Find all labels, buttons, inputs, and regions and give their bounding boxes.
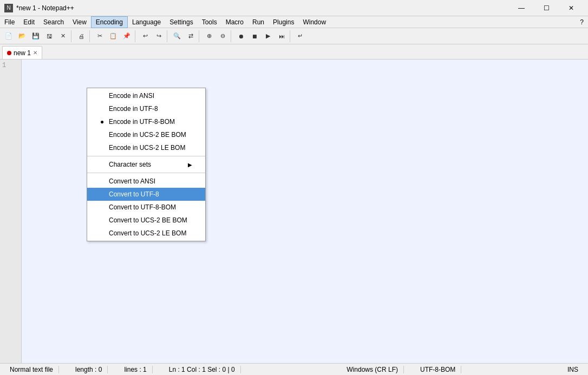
character-sets-item[interactable]: Character sets ▶	[87, 158, 205, 171]
menu-tools[interactable]: Tools	[198, 16, 221, 28]
menu-edit[interactable]: Edit	[19, 16, 39, 28]
tab-label: new 1	[14, 49, 31, 57]
menu-window[interactable]: Window	[298, 16, 330, 28]
toolbar-separator-6	[231, 30, 233, 42]
replace-button[interactable]: ⇄	[184, 30, 197, 43]
convert-utf8-label: Convert to UTF-8	[109, 190, 192, 198]
encode-utf8-item[interactable]: Encode in UTF-8	[87, 102, 205, 115]
menu-encoding[interactable]: Encoding	[91, 16, 128, 28]
encode-utf8bom-item[interactable]: ● Encode in UTF-8-BOM	[87, 115, 205, 128]
convert-utf8bom-item[interactable]: Convert to UTF-8-BOM	[87, 201, 205, 214]
menu-plugins[interactable]: Plugins	[269, 16, 298, 28]
app-icon: N	[4, 4, 13, 12]
menu-view[interactable]: View	[68, 16, 91, 28]
save-button[interactable]: 💾	[29, 30, 42, 43]
convert-ucs2-be-item[interactable]: Convert to UCS-2 BE BOM	[87, 214, 205, 227]
status-lines: lines : 1	[119, 366, 152, 373]
paste-button[interactable]: 📌	[120, 30, 133, 43]
window-title: *new 1 - Notepad++	[16, 4, 74, 12]
separator-2	[87, 173, 205, 173]
find-button[interactable]: 🔍	[171, 30, 184, 43]
tab-modified-indicator	[7, 51, 11, 55]
status-file-type: Normal text file	[4, 366, 59, 373]
line-number: 1	[2, 62, 19, 69]
copy-button[interactable]: 📋	[107, 30, 120, 43]
status-encoding: UTF-8-BOM	[415, 366, 461, 373]
convert-ansi-label: Convert to ANSI	[109, 177, 192, 185]
redo-button[interactable]: ↪	[152, 30, 165, 43]
encode-utf8-label: Encode in UTF-8	[109, 105, 192, 113]
open-button[interactable]: 📂	[16, 30, 29, 43]
close-button[interactable]: ✕	[559, 0, 584, 16]
encode-utf8bom-label: Encode in UTF-8-BOM	[109, 118, 192, 126]
toolbar-separator-4	[167, 30, 169, 42]
menu-run[interactable]: Run	[248, 16, 269, 28]
encode-ucs2-be-label: Encode in UCS-2 BE BOM	[109, 131, 192, 139]
submenu-arrow: ▶	[188, 162, 192, 168]
tab-close-button[interactable]: ✕	[33, 50, 37, 56]
menu-bar: File Edit Search View Encoding Language …	[0, 16, 588, 28]
macro-stop-button[interactable]: ⏹	[248, 30, 261, 43]
editor-area: 1 Encode in ANSI Encode in UTF-8 ● Encod…	[0, 60, 588, 363]
status-bar: Normal text file length : 0 lines : 1 Ln…	[0, 363, 588, 375]
title-bar-left: N *new 1 - Notepad++	[4, 4, 74, 12]
minimize-button[interactable]: —	[509, 0, 534, 16]
convert-ucs2-le-label: Convert to UCS-2 LE BOM	[109, 229, 192, 237]
menu-settings[interactable]: Settings	[165, 16, 197, 28]
menu-search[interactable]: Search	[39, 16, 68, 28]
maximize-button[interactable]: ☐	[534, 0, 559, 16]
toolbar-separator-1	[71, 30, 73, 42]
encoding-dropdown: Encode in ANSI Encode in UTF-8 ● Encode …	[87, 88, 206, 241]
toolbar-separator-5	[199, 30, 201, 42]
undo-button[interactable]: ↩	[139, 30, 152, 43]
toolbar-separator-7	[290, 30, 292, 42]
status-position: Ln : 1 Col : 1 Sel : 0 | 0	[164, 366, 241, 373]
encode-ucs2-le-item[interactable]: Encode in UCS-2 LE BOM	[87, 141, 205, 154]
encode-ansi-label: Encode in ANSI	[109, 92, 192, 100]
zoom-in-button[interactable]: ⊕	[202, 30, 215, 43]
encode-ansi-item[interactable]: Encode in ANSI	[87, 89, 205, 102]
menu-file[interactable]: File	[0, 16, 19, 28]
macro-run-button[interactable]: ⏭	[275, 30, 288, 43]
macro-play-button[interactable]: ▶	[262, 30, 275, 43]
new-button[interactable]: 📄	[2, 30, 15, 43]
window-controls: — ☐ ✕	[509, 0, 584, 16]
menu-help[interactable]: ?	[576, 16, 588, 28]
convert-ucs2-le-item[interactable]: Convert to UCS-2 LE BOM	[87, 227, 205, 240]
toolbar-separator-3	[135, 30, 137, 42]
zoom-out-button[interactable]: ⊖	[216, 30, 229, 43]
save-all-button[interactable]: 🖫	[43, 30, 56, 43]
status-line-ending: Windows (CR LF)	[341, 366, 404, 373]
convert-ansi-item[interactable]: Convert to ANSI	[87, 175, 205, 188]
encode-ucs2-le-label: Encode in UCS-2 LE BOM	[109, 144, 192, 152]
close-doc-button[interactable]: ✕	[56, 30, 69, 43]
status-mode: INS	[562, 366, 584, 373]
convert-utf8bom-label: Convert to UTF-8-BOM	[109, 203, 192, 211]
convert-ucs2-be-label: Convert to UCS-2 BE BOM	[109, 216, 192, 224]
encode-ucs2-be-item[interactable]: Encode in UCS-2 BE BOM	[87, 128, 205, 141]
menu-language[interactable]: Language	[128, 16, 165, 28]
toolbar-separator-2	[89, 30, 92, 42]
menu-macro[interactable]: Macro	[221, 16, 248, 28]
line-numbers: 1	[0, 60, 22, 363]
cut-button[interactable]: ✂	[93, 30, 106, 43]
status-length: length : 0	[70, 366, 108, 373]
separator-1	[87, 156, 205, 156]
wrap-button[interactable]: ↵	[293, 30, 306, 43]
toolbar: 📄 📂 💾 🖫 ✕ 🖨 ✂ 📋 📌 ↩ ↪ 🔍 ⇄ ⊕ ⊖ ⏺ ⏹ ▶ ⏭ ↵	[0, 28, 588, 44]
character-sets-label: Character sets	[109, 161, 188, 168]
macro-record-button[interactable]: ⏺	[234, 30, 247, 43]
print-button[interactable]: 🖨	[75, 30, 88, 43]
tab-bar: new 1 ✕	[0, 44, 588, 60]
convert-utf8-item[interactable]: Convert to UTF-8	[87, 188, 205, 201]
tab-new1[interactable]: new 1 ✕	[2, 46, 42, 59]
title-bar: N *new 1 - Notepad++ — ☐ ✕	[0, 0, 588, 16]
